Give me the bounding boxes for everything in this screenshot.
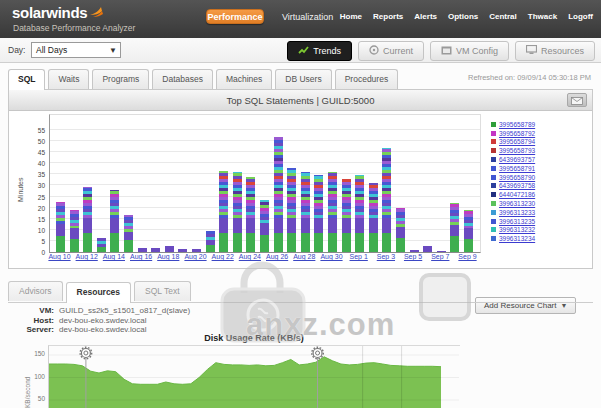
annotation-marker-icon[interactable] xyxy=(313,349,322,358)
x-tick-link-sep-7[interactable]: Sep 7 xyxy=(425,253,455,260)
sql-bar-aug-30[interactable] xyxy=(328,172,337,252)
lower-tab-advisors[interactable]: Advisors xyxy=(8,281,63,301)
vm-config-button[interactable]: VM Config xyxy=(430,41,509,61)
nav-central[interactable]: Central xyxy=(489,12,517,21)
tab-waits[interactable]: Waits xyxy=(48,69,89,89)
nav-alerts[interactable]: Alerts xyxy=(414,12,437,21)
x-tick-link-sep-3[interactable]: Sep 3 xyxy=(371,253,401,260)
y-tick-label: 50 xyxy=(38,138,45,145)
sql-bar-aug-29[interactable] xyxy=(314,175,323,253)
trends-button[interactable]: Trends xyxy=(287,41,352,61)
sql-bar-sep-1[interactable] xyxy=(355,175,364,253)
sql-bar-sep-3[interactable] xyxy=(382,148,391,252)
x-tick-link-aug-26[interactable]: Aug 26 xyxy=(262,253,292,260)
legend-item: 6439693757 xyxy=(491,155,591,164)
tab-sql[interactable]: SQL xyxy=(8,69,45,90)
tab-db-users[interactable]: DB Users xyxy=(275,69,331,89)
sql-bar-sep-2[interactable] xyxy=(369,183,378,252)
disk-y-tick-label: 150 xyxy=(34,350,45,357)
legend-link-3995658791[interactable]: 3995658791 xyxy=(499,165,535,172)
legend-link-3995658792[interactable]: 3995658792 xyxy=(499,130,535,137)
legend-link-3996313232[interactable]: 3996313232 xyxy=(499,226,535,233)
x-tick-link-aug-10[interactable]: Aug 10 xyxy=(45,253,75,260)
legend-link-3995658793[interactable]: 3995658793 xyxy=(499,147,535,154)
x-tick-link-sep-9[interactable]: Sep 9 xyxy=(453,253,483,260)
bar-segment xyxy=(301,218,310,234)
tab-machines[interactable]: Machines xyxy=(216,69,272,89)
sql-bar-aug-22[interactable] xyxy=(219,171,228,252)
lower-tab-sql-text[interactable]: SQL Text xyxy=(134,281,191,301)
x-tick-link-sep-5[interactable]: Sep 5 xyxy=(398,253,428,260)
x-tick-link-aug-30[interactable]: Aug 30 xyxy=(317,253,347,260)
legend-link-3996313230[interactable]: 3996313230 xyxy=(499,200,535,207)
sql-bar-aug-16[interactable] xyxy=(138,248,147,252)
top-sql-panel: Top SQL Statements | GUILD:5000 Minutes … xyxy=(8,89,593,269)
sql-bar-aug-21[interactable] xyxy=(206,231,215,252)
legend-link-3995658790[interactable]: 3995658790 xyxy=(499,174,535,181)
sql-bar-aug-24[interactable] xyxy=(246,177,255,252)
x-tick-link-aug-20[interactable]: Aug 20 xyxy=(181,253,211,260)
sql-bar-aug-13[interactable] xyxy=(97,238,106,252)
sql-bar-aug-23[interactable] xyxy=(233,172,242,252)
sql-bar-sep-4[interactable] xyxy=(396,208,405,252)
x-tick-link-aug-28[interactable]: Aug 28 xyxy=(289,253,319,260)
sql-bar-sep-7[interactable] xyxy=(437,251,446,252)
sql-bar-aug-26[interactable] xyxy=(274,137,283,252)
resources-button[interactable]: Resources xyxy=(515,41,595,61)
legend-swatch xyxy=(491,166,496,171)
sql-bar-sep-5[interactable] xyxy=(410,250,419,252)
bar-segment xyxy=(56,236,65,252)
sql-bar-aug-14[interactable] xyxy=(110,190,119,252)
legend-link-6439693757[interactable]: 6439693757 xyxy=(499,156,535,163)
sql-bar-aug-17[interactable] xyxy=(151,248,160,252)
legend-link-3996313234[interactable]: 3996313234 xyxy=(499,235,535,242)
legend-link-6440472186[interactable]: 6440472186 xyxy=(499,191,535,198)
nav-home[interactable]: Home xyxy=(340,12,362,21)
performance-button[interactable]: Performance xyxy=(206,9,264,24)
sql-bar-aug-31[interactable] xyxy=(342,179,351,252)
sql-bar-aug-11[interactable] xyxy=(70,210,79,252)
sql-bar-sep-8[interactable] xyxy=(450,203,459,252)
x-tick-link-aug-24[interactable]: Aug 24 xyxy=(235,253,265,260)
bar-segment xyxy=(287,218,296,234)
bar-segment xyxy=(382,218,391,234)
x-tick-link-aug-12[interactable]: Aug 12 xyxy=(72,253,102,260)
email-chart-button[interactable] xyxy=(567,93,587,107)
legend-link-3995658794[interactable]: 3995658794 xyxy=(499,138,535,145)
legend-link-3996313235[interactable]: 3996313235 xyxy=(499,218,535,225)
x-tick-link-aug-18[interactable]: Aug 18 xyxy=(153,253,183,260)
x-tick-link-aug-16[interactable]: Aug 16 xyxy=(126,253,156,260)
current-button[interactable]: Current xyxy=(358,41,424,61)
annotation-marker-icon[interactable] xyxy=(81,349,90,358)
x-tick-link-aug-22[interactable]: Aug 22 xyxy=(208,253,238,260)
x-tick-link-aug-14[interactable]: Aug 14 xyxy=(99,253,129,260)
nav-options[interactable]: Options xyxy=(448,12,478,21)
nav-logoff[interactable]: Logoff xyxy=(568,12,593,21)
gridline xyxy=(50,184,480,185)
sql-bar-aug-25[interactable] xyxy=(260,200,269,252)
sql-bar-aug-10[interactable] xyxy=(56,202,65,252)
tab-programs[interactable]: Programs xyxy=(92,69,149,89)
tab-procedures[interactable]: Procedures xyxy=(335,69,398,89)
x-tick-link-sep-1[interactable]: Sep 1 xyxy=(344,253,374,260)
nav-thwack[interactable]: Thwack xyxy=(528,12,557,21)
legend-link-6439693758[interactable]: 6439693758 xyxy=(499,182,535,189)
sql-bar-sep-6[interactable] xyxy=(423,246,432,252)
sql-bar-aug-12[interactable] xyxy=(83,187,92,252)
sql-bar-aug-18[interactable] xyxy=(165,246,174,252)
sql-bar-aug-28[interactable] xyxy=(301,172,310,252)
lower-tab-resources[interactable]: Resources xyxy=(66,282,131,303)
legend-link-3995658789[interactable]: 3995658789 xyxy=(499,121,535,128)
bar-segment xyxy=(56,224,65,236)
legend-link-3996313233[interactable]: 3996313233 xyxy=(499,209,535,216)
virtualization-button[interactable]: Virtualization xyxy=(282,12,333,22)
sql-bar-aug-19[interactable] xyxy=(178,249,187,252)
tab-databases[interactable]: Databases xyxy=(152,69,213,89)
sql-bar-aug-15[interactable] xyxy=(124,215,133,252)
day-select[interactable]: All Days ▼ xyxy=(31,42,121,58)
sql-bar-aug-27[interactable] xyxy=(287,168,296,252)
sql-bar-sep-9[interactable] xyxy=(464,210,473,252)
sql-bar-aug-20[interactable] xyxy=(192,249,201,252)
nav-reports[interactable]: Reports xyxy=(373,12,403,21)
host-value: dev-bou-eko.swdev.local xyxy=(59,316,146,325)
